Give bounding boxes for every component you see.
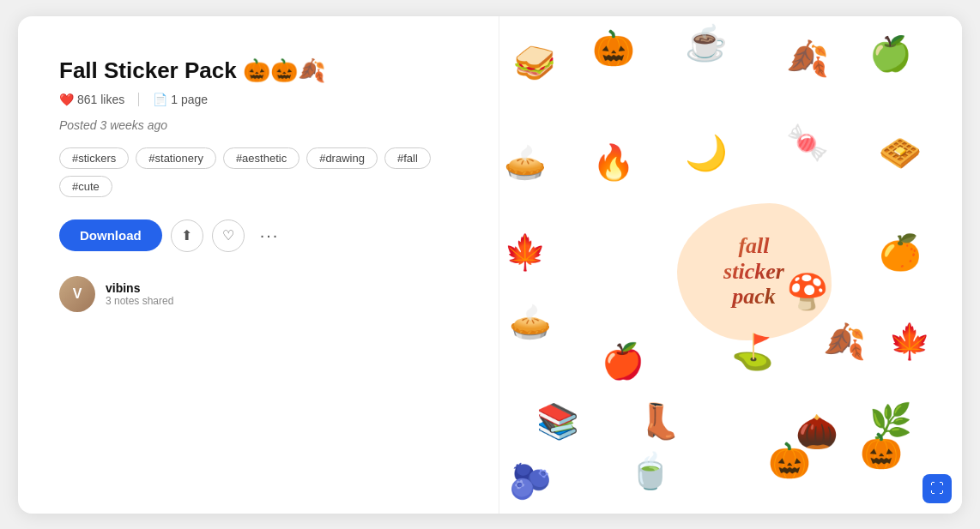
author-notes: 3 notes shared — [106, 295, 173, 307]
posted-date: Posted 3 weeks ago — [59, 118, 464, 132]
page-title: Fall Sticker Pack 🎃🎃🍂 — [59, 57, 464, 84]
right-panel: fallstickerpack 🥪 🎃 ☕ 🍂 🍏 🥧 🔥 🌙 🍬 🧇 🍁 🍄 … — [499, 16, 962, 514]
page-icon: 📄 — [153, 93, 167, 106]
sticker-maple: 🍁 — [888, 324, 931, 358]
page-count: 1 page — [171, 93, 208, 106]
share-icon: ⬆ — [181, 227, 192, 243]
more-button[interactable]: ··· — [253, 222, 287, 249]
sticker-books: 📚 — [536, 404, 579, 438]
sticker-pennant: ⛳ — [731, 334, 774, 369]
sticker-orange: 🍊 — [879, 235, 922, 269]
sticker-pie: 🥧 — [504, 145, 547, 179]
heart-icon: ❤️ — [59, 93, 74, 106]
sticker-caramel-apple: 🍏 — [869, 36, 912, 70]
sticker-candy-corn: 🍬 — [786, 125, 829, 159]
sticker-smores: 🥪 — [513, 45, 556, 80]
expand-icon: ⛶ — [930, 481, 944, 496]
share-button[interactable]: ⬆ — [171, 219, 203, 252]
download-button[interactable]: Download — [59, 219, 162, 251]
sticker-leaf2: 🍁 — [504, 235, 547, 269]
sticker-mushroom: 🍄 — [786, 274, 829, 309]
sticker-apple: 🍎 — [602, 344, 644, 378]
like-button[interactable]: ♡ — [212, 219, 245, 252]
author-name[interactable]: vibins — [106, 281, 173, 295]
sticker-berries: 🫐 — [509, 464, 552, 498]
heart-outline-icon: ♡ — [222, 227, 234, 243]
actions-row: Download ⬆ ♡ ··· — [59, 219, 464, 252]
likes-count: 861 likes — [77, 93, 124, 106]
sticker-pumpkin3: 🎃 — [860, 434, 903, 468]
avatar: V — [59, 276, 95, 312]
left-panel: Fall Sticker Pack 🎃🎃🍂 ❤️ 861 likes 📄 1 p… — [18, 16, 499, 514]
sticker-pumpkin1: 🎃 — [592, 31, 635, 65]
meta-row: ❤️ 861 likes 📄 1 page — [59, 93, 464, 106]
pages-meta: 📄 1 page — [153, 93, 208, 106]
tags-row: #stickers#stationery#aesthetic#drawing#f… — [59, 147, 464, 197]
tag-item[interactable]: #stickers — [59, 147, 129, 169]
sticker-leaves: 🍂 — [786, 41, 829, 75]
tag-item[interactable]: #fall — [384, 147, 431, 169]
main-card: Fall Sticker Pack 🎃🎃🍂 ❤️ 861 likes 📄 1 p… — [18, 16, 962, 514]
sticker-fall-leaf: 🍂 — [823, 324, 866, 358]
sticker-scene: fallstickerpack 🥪 🎃 ☕ 🍂 🍏 🥧 🔥 🌙 🍬 🧇 🍁 🍄 … — [499, 16, 962, 514]
tag-item[interactable]: #stationery — [136, 147, 216, 169]
sticker-coffee: ☕ — [685, 26, 728, 60]
sticker-potpie: 🥧 — [509, 304, 552, 339]
center-text: fallstickerpack — [723, 233, 784, 310]
sticker-pumpkin2: 🎃 — [768, 443, 811, 478]
likes-meta: ❤️ 861 likes — [59, 93, 124, 106]
tag-item[interactable]: #cute — [59, 176, 112, 197]
sticker-moon: 🌙 — [685, 135, 728, 170]
sticker-boot: 👢 — [638, 404, 681, 438]
avatar-initial: V — [73, 286, 82, 302]
author-row: V vibins 3 notes shared — [59, 276, 464, 312]
tag-item[interactable]: #aesthetic — [223, 147, 299, 169]
sticker-fire: 🔥 — [592, 145, 635, 179]
tag-item[interactable]: #drawing — [306, 147, 378, 169]
author-info: vibins 3 notes shared — [106, 281, 173, 307]
expand-button[interactable]: ⛶ — [923, 474, 952, 503]
center-blob: fallstickerpack — [677, 203, 832, 340]
divider — [138, 93, 139, 106]
sticker-tea: 🍵 — [629, 454, 672, 488]
sticker-blanket: 🧇 — [879, 135, 922, 170]
